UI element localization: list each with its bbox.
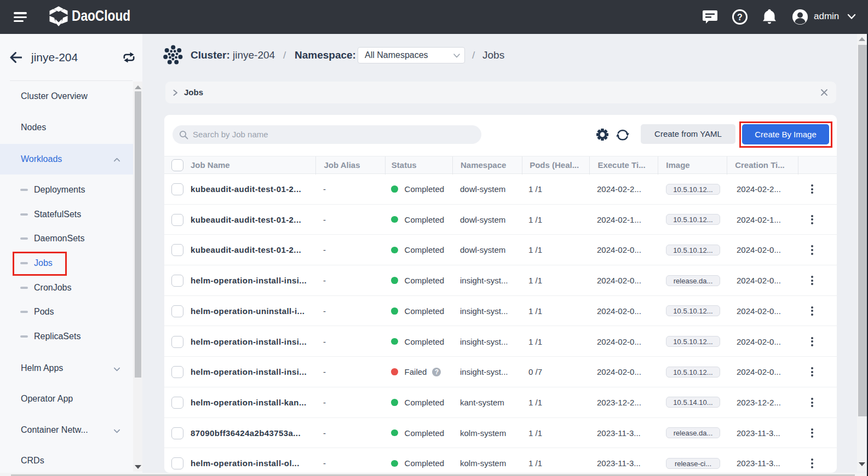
svg-text:?: ?	[737, 13, 743, 22]
